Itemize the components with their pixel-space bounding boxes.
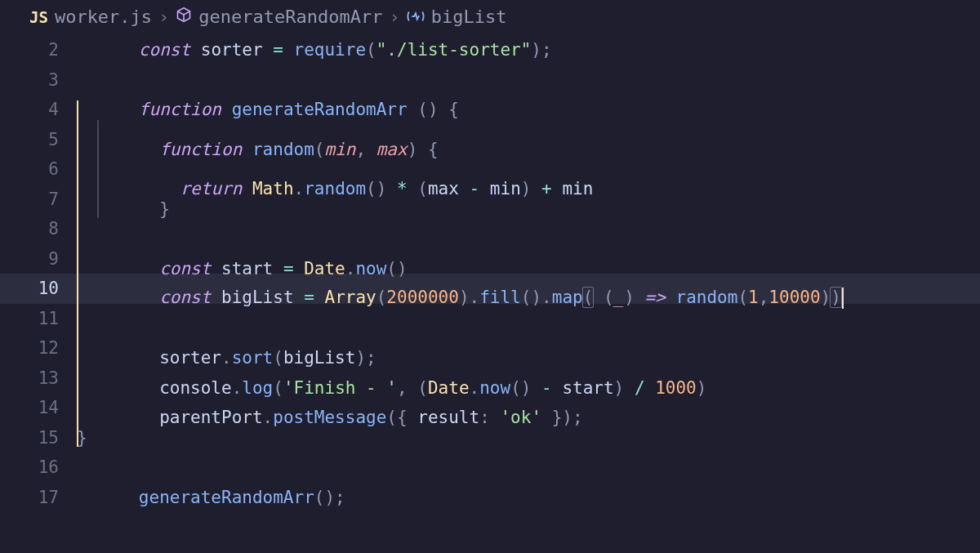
line-number[interactable]: 9 xyxy=(0,249,77,269)
code-line[interactable]: 2 const sorter = require("./list-sorter"… xyxy=(0,35,980,65)
code-editor[interactable]: 2 const sorter = require("./list-sorter"… xyxy=(0,35,980,512)
line-number[interactable]: 2 xyxy=(0,40,77,60)
line-number[interactable]: 15 xyxy=(0,428,77,448)
code-line[interactable]: 10 const bigList = Array(2000000).fill()… xyxy=(0,274,980,304)
line-number[interactable]: 7 xyxy=(0,190,77,209)
code-line[interactable]: 7 } xyxy=(0,185,980,215)
line-number[interactable]: 17 xyxy=(0,488,77,507)
code-line[interactable]: 14 parentPort.postMessage({ result: 'ok'… xyxy=(0,393,980,423)
line-number[interactable]: 5 xyxy=(0,130,77,149)
line-number[interactable]: 4 xyxy=(0,100,77,119)
line-number[interactable]: 8 xyxy=(0,219,77,239)
line-number[interactable]: 11 xyxy=(0,309,77,328)
file-icon-js: JS xyxy=(29,8,48,26)
code-line[interactable]: 17 generateRandomArr(); xyxy=(0,483,980,513)
line-number[interactable]: 6 xyxy=(0,159,77,179)
line-number[interactable]: 10 xyxy=(0,279,77,298)
line-number[interactable]: 16 xyxy=(0,457,77,477)
line-number[interactable]: 14 xyxy=(0,398,77,417)
line-number[interactable]: 3 xyxy=(0,70,77,90)
code-line[interactable]: 15 } xyxy=(0,423,980,453)
line-number[interactable]: 13 xyxy=(0,368,77,388)
line-number[interactable]: 12 xyxy=(0,338,77,358)
